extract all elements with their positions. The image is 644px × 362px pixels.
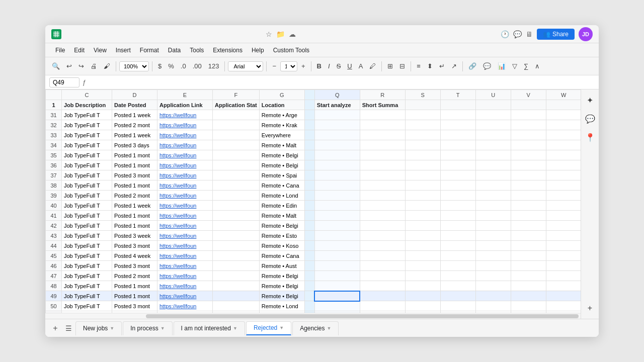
cell-link[interactable]: https://wellfoun	[157, 180, 213, 191]
tab-new-jobs[interactable]: New jobs ▼	[75, 321, 122, 335]
cell-q[interactable]	[314, 241, 360, 251]
highlight-color-button[interactable]: 🖊	[367, 61, 378, 71]
cell-link[interactable]: https://wellfoun	[157, 160, 213, 170]
cell-q[interactable]	[314, 130, 360, 140]
history-icon[interactable]: 🕐	[501, 30, 509, 38]
cell-link[interactable]: https://wellfoun	[157, 291, 213, 301]
cell-q[interactable]	[314, 150, 360, 160]
chat-icon[interactable]: 💬	[583, 112, 597, 126]
cell-q[interactable]	[314, 221, 360, 231]
cell-link[interactable]: https://wellfoun	[157, 201, 213, 211]
align-v-button[interactable]: ⬍	[425, 61, 435, 71]
tab-in-process-dropdown-icon[interactable]: ▼	[160, 326, 165, 331]
cell-reference-input[interactable]	[49, 77, 79, 87]
cell-link[interactable]: https://wellfoun	[157, 261, 213, 271]
cell-q[interactable]	[314, 271, 360, 281]
cloud-icon[interactable]: ☁	[289, 30, 296, 38]
comment-add-button[interactable]: 💬	[480, 61, 494, 71]
menu-file[interactable]: File	[51, 45, 69, 55]
currency-button[interactable]: $	[155, 61, 164, 71]
cell-link[interactable]: https://wellfoun	[157, 170, 213, 180]
merge-button[interactable]: ⊟	[397, 61, 408, 71]
cell-link[interactable]: https://wellfoun	[157, 231, 213, 241]
cell-q[interactable]	[314, 170, 360, 180]
filter-button[interactable]: ▽	[510, 61, 520, 71]
tab-rejected-dropdown-icon[interactable]: ▼	[279, 325, 284, 330]
decimal-dec-button[interactable]: .0	[178, 61, 189, 71]
wrap-button[interactable]: ↵	[437, 61, 447, 71]
menu-insert[interactable]: Insert	[112, 45, 135, 55]
format-num-button[interactable]: 123	[206, 61, 222, 71]
cell-link[interactable]: https://wellfoun	[157, 241, 213, 251]
screen-icon[interactable]: 🖥	[526, 30, 533, 38]
menu-help[interactable]: Help	[248, 45, 268, 55]
star-icon[interactable]: ☆	[266, 30, 272, 38]
tab-agencies[interactable]: Agencies ▼	[292, 321, 339, 335]
cell-q[interactable]	[314, 291, 360, 301]
col-header-d[interactable]: D	[112, 90, 157, 100]
cell-link[interactable]: https://wellfoun	[157, 301, 213, 311]
chart-button[interactable]: 📊	[495, 61, 508, 71]
formula-input[interactable]	[89, 79, 595, 86]
cell-q[interactable]	[314, 281, 360, 291]
col-header-f[interactable]: F	[213, 90, 260, 100]
font-size-inc-button[interactable]: +	[299, 61, 308, 71]
cell-q[interactable]	[314, 231, 360, 241]
text-color-button[interactable]: A	[356, 61, 366, 71]
redo-button[interactable]: ↪	[76, 61, 87, 71]
zoom-selector[interactable]: 100%	[119, 61, 149, 71]
cell-link[interactable]: https://wellfoun	[157, 251, 213, 261]
cell-link[interactable]: https://wellfoun	[157, 211, 213, 221]
menu-view[interactable]: View	[90, 45, 111, 55]
col-header-r[interactable]: R	[360, 90, 405, 100]
tab-rejected[interactable]: Rejected ▼	[246, 321, 291, 335]
col-header-u[interactable]: U	[475, 90, 511, 100]
italic-button[interactable]: I	[326, 61, 333, 71]
avatar[interactable]: JD	[579, 27, 593, 41]
tab-in-process[interactable]: In process ▼	[123, 321, 172, 335]
cell-q[interactable]	[314, 180, 360, 191]
tab-agencies-dropdown-icon[interactable]: ▼	[327, 326, 332, 331]
cell-link[interactable]: https://wellfoun	[157, 140, 213, 150]
maps-icon[interactable]: 📍	[583, 131, 597, 144]
col-header-v[interactable]: V	[511, 90, 546, 100]
menu-tools[interactable]: Tools	[186, 45, 208, 55]
tab-new-jobs-dropdown-icon[interactable]: ▼	[110, 326, 114, 331]
percent-button[interactable]: %	[166, 61, 177, 71]
cell-q[interactable]	[314, 251, 360, 261]
horizontal-scrollbar[interactable]	[45, 313, 599, 319]
bold-button[interactable]: B	[314, 61, 324, 71]
comment-icon[interactable]: 💬	[513, 30, 522, 38]
cell-link[interactable]: https://wellfoun	[157, 221, 213, 231]
col-header-q[interactable]: Q	[314, 90, 360, 100]
menu-data[interactable]: Data	[164, 45, 185, 55]
menu-format[interactable]: Format	[136, 45, 163, 55]
share-button[interactable]: 👥 Share	[537, 29, 575, 40]
menu-extensions[interactable]: Extensions	[209, 45, 247, 55]
col-header-t[interactable]: T	[440, 90, 475, 100]
cell-link[interactable]: https://wellfoun	[157, 271, 213, 281]
font-size-dec-button[interactable]: −	[270, 61, 279, 71]
cell-link[interactable]: https://wellfoun	[157, 130, 213, 140]
cell-q[interactable]	[314, 201, 360, 211]
undo-button[interactable]: ↩	[64, 61, 74, 71]
cell-q[interactable]	[314, 261, 360, 271]
link-button[interactable]: 🔗	[466, 61, 479, 71]
align-h-button[interactable]: ≡	[414, 61, 423, 71]
col-header-e[interactable]: E	[157, 90, 213, 100]
folder-icon[interactable]: 📁	[276, 30, 285, 38]
cell-q[interactable]	[314, 140, 360, 150]
print-button[interactable]: 🖨	[88, 61, 100, 71]
col-header-w[interactable]: W	[546, 90, 581, 100]
cell-q[interactable]	[314, 120, 360, 130]
col-header-c[interactable]: C	[62, 90, 112, 100]
menu-custom-tools[interactable]: Custom Tools	[269, 45, 313, 55]
add-sheet-button[interactable]: +	[49, 322, 61, 334]
cell-link[interactable]: https://wellfoun	[157, 191, 213, 201]
col-header-s[interactable]: S	[405, 90, 440, 100]
cell-link[interactable]: https://wellfoun	[157, 281, 213, 291]
underline-button[interactable]: U	[345, 61, 354, 71]
cell-link[interactable]: https://wellfoun	[157, 150, 213, 160]
cell-q[interactable]	[314, 110, 360, 120]
cell-q[interactable]	[314, 211, 360, 221]
